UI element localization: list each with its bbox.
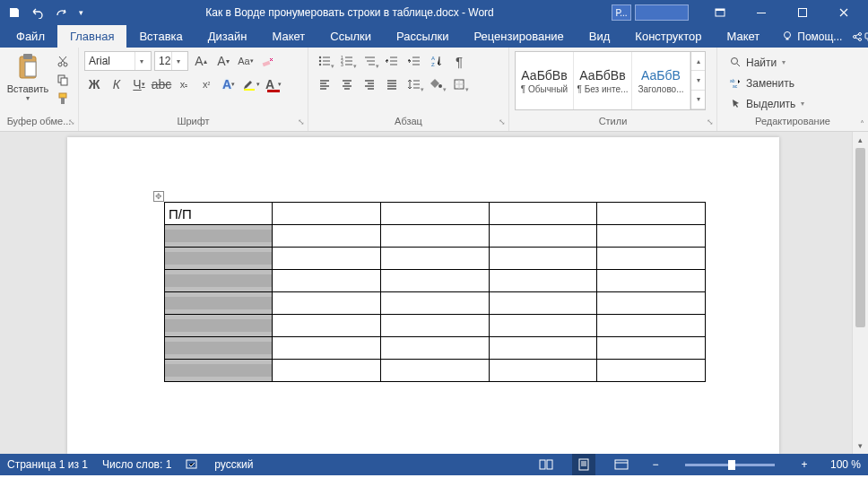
table-cell[interactable]: П/П [165, 203, 273, 225]
table-cell-selected[interactable] [165, 292, 273, 315]
table-cell[interactable] [489, 203, 597, 225]
status-page[interactable]: Страница 1 из 1 [7, 458, 88, 471]
zoom-thumb[interactable] [728, 460, 735, 470]
grow-font-button[interactable]: A▴ [191, 51, 211, 71]
highlight-button[interactable]: ▾ [241, 74, 261, 94]
table-cell[interactable] [597, 203, 706, 225]
tab-review[interactable]: Рецензирование [461, 25, 576, 48]
dialog-launcher-icon[interactable]: ⤡ [499, 117, 506, 126]
subscript-button[interactable]: x₂ [174, 74, 194, 94]
zoom-slider[interactable] [685, 464, 775, 466]
justify-button[interactable] [381, 74, 403, 94]
share-button[interactable] [851, 25, 864, 48]
multilevel-list-button[interactable]: ▾ [359, 51, 380, 71]
tab-table-design[interactable]: Конструктор [622, 25, 714, 48]
borders-button[interactable]: ▾ [448, 74, 470, 94]
font-color-button[interactable]: A▾ [264, 74, 283, 94]
tab-home[interactable]: Главная [57, 25, 126, 48]
table-cell-selected[interactable] [165, 225, 273, 248]
table-cell-selected[interactable] [165, 248, 273, 270]
italic-button[interactable]: К [107, 74, 126, 94]
underline-button[interactable]: Ч▾ [129, 74, 149, 94]
format-painter-button[interactable] [54, 91, 72, 107]
align-right-button[interactable] [359, 74, 380, 94]
increase-indent-button[interactable] [404, 51, 425, 71]
comments-button[interactable] [864, 25, 868, 48]
zoom-out-button[interactable]: − [647, 458, 664, 471]
collapse-ribbon-button[interactable]: ˄ [860, 119, 864, 129]
vertical-scrollbar[interactable]: ▴ ▾ [852, 132, 868, 454]
styles-gallery[interactable]: АаБбВв¶ Обычный АаБбВв¶ Без инте... АаБб… [515, 51, 706, 110]
tab-design[interactable]: Дизайн [195, 25, 260, 48]
font-name-combo[interactable]: Arial▾ [84, 51, 152, 71]
align-center-button[interactable] [336, 74, 358, 94]
styles-more-button[interactable]: ▴▾▾ [690, 52, 705, 109]
table-cell-selected[interactable] [165, 270, 273, 292]
ribbon-options-button[interactable] [699, 0, 741, 25]
user-name-box[interactable] [635, 4, 689, 21]
tab-layout[interactable]: Макет [259, 25, 317, 48]
bullets-button[interactable]: ▾ [314, 51, 335, 71]
shrink-font-button[interactable]: A▾ [213, 51, 233, 71]
status-language[interactable]: русский [214, 458, 253, 471]
table-cell-selected[interactable] [165, 337, 273, 360]
minimize-button[interactable] [741, 0, 782, 25]
decrease-indent-button[interactable] [381, 51, 403, 71]
close-button[interactable] [823, 0, 864, 25]
user-badge[interactable]: Р... [612, 4, 631, 21]
view-print-layout[interactable] [572, 454, 595, 475]
tab-view[interactable]: Вид [577, 25, 623, 48]
qat-customize-button[interactable]: ▾ [74, 2, 88, 23]
maximize-button[interactable] [782, 0, 823, 25]
table-move-handle[interactable]: ✥ [153, 191, 164, 202]
scrollbar-thumb[interactable] [855, 148, 865, 327]
show-marks-button[interactable]: ¶ [448, 51, 470, 71]
style-heading1[interactable]: АаБбВЗаголово... [632, 52, 690, 109]
superscript-button[interactable]: x² [196, 74, 216, 94]
scroll-down-button[interactable]: ▾ [853, 438, 868, 454]
save-button[interactable] [4, 2, 25, 23]
font-size-combo[interactable]: 12▾ [154, 51, 188, 71]
tell-me[interactable]: Помощ... [772, 25, 851, 48]
select-button[interactable]: Выделить▾ [725, 94, 808, 113]
dialog-launcher-icon[interactable]: ⤡ [707, 117, 714, 126]
table-cell-selected[interactable] [165, 315, 273, 337]
style-no-spacing[interactable]: АаБбВв¶ Без инте... [574, 52, 632, 109]
text-effects-button[interactable]: A▾ [219, 74, 239, 94]
table-cell-selected[interactable] [165, 360, 273, 382]
tab-insert[interactable]: Вставка [126, 25, 195, 48]
redo-button[interactable] [50, 2, 72, 23]
scroll-up-button[interactable]: ▴ [853, 132, 868, 148]
line-spacing-button[interactable]: ▾ [404, 74, 425, 94]
status-spellcheck[interactable] [186, 458, 200, 471]
zoom-level[interactable]: 100 % [830, 458, 861, 471]
table-cell[interactable] [380, 203, 489, 225]
find-button[interactable]: Найти▾ [725, 53, 808, 72]
page[interactable]: ✥ П/П [67, 137, 779, 454]
document-table[interactable]: П/П [164, 202, 706, 382]
table-cell[interactable] [273, 203, 381, 225]
style-normal[interactable]: АаБбВв¶ Обычный [516, 52, 574, 109]
view-read-mode[interactable] [534, 454, 558, 475]
change-case-button[interactable]: Aa▾ [236, 51, 256, 71]
cut-button[interactable] [54, 53, 72, 69]
document-scroll[interactable]: ✥ П/П [0, 132, 852, 454]
zoom-in-button[interactable]: + [796, 458, 812, 471]
align-left-button[interactable] [314, 74, 335, 94]
tab-mailings[interactable]: Рассылки [384, 25, 461, 48]
copy-button[interactable] [54, 72, 72, 88]
replace-button[interactable]: abacЗаменить [725, 74, 808, 92]
undo-button[interactable] [27, 2, 48, 23]
bold-button[interactable]: Ж [84, 74, 104, 94]
tab-references[interactable]: Ссылки [317, 25, 384, 48]
tab-file[interactable]: Файл [4, 25, 57, 48]
status-word-count[interactable]: Число слов: 1 [102, 458, 171, 471]
dialog-launcher-icon[interactable]: ⤡ [68, 117, 75, 126]
shading-button[interactable]: ▾ [426, 74, 447, 94]
dialog-launcher-icon[interactable]: ⤡ [298, 117, 305, 126]
tab-table-layout[interactable]: Макет [714, 25, 772, 48]
clear-formatting-button[interactable] [258, 51, 278, 71]
paste-button[interactable]: Вставить ▾ [5, 51, 50, 102]
numbering-button[interactable]: 123▾ [336, 51, 358, 71]
view-web-layout[interactable] [610, 454, 633, 475]
